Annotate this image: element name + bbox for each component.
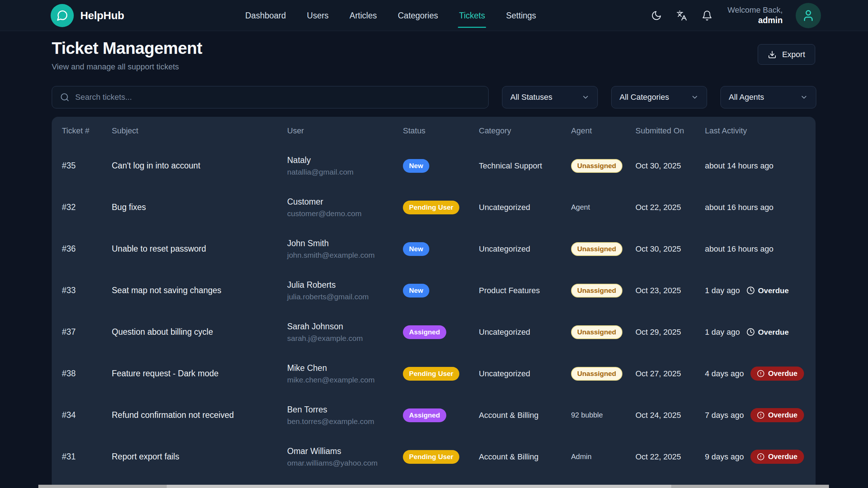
clock-icon bbox=[746, 328, 755, 336]
status-badge: Assigned bbox=[403, 325, 446, 339]
nav-item-articles[interactable]: Articles bbox=[350, 9, 377, 23]
agent-name: Agent bbox=[571, 203, 590, 211]
ticket-id: #32 bbox=[62, 202, 112, 212]
agent-filter-value: All Agents bbox=[729, 93, 764, 102]
ticket-last-activity: about 16 hours ago Overdue Overdue bbox=[705, 244, 805, 254]
table-row[interactable]: #36 Unable to reset password John Smith … bbox=[52, 228, 816, 270]
app-logo[interactable]: HelpHub bbox=[51, 0, 124, 31]
user-name: Ben Torres bbox=[287, 405, 403, 415]
welcome-text: Welcome Back, admin bbox=[728, 5, 783, 26]
agent-filter-dropdown[interactable]: All Agents bbox=[720, 86, 816, 108]
overdue-label: Overdue bbox=[758, 286, 789, 295]
overdue-indicator: Overdue bbox=[746, 328, 789, 337]
ticket-status-cell: Assigned bbox=[403, 325, 479, 339]
ticket-status-cell: Pending User bbox=[403, 201, 479, 214]
export-button[interactable]: Export bbox=[758, 44, 815, 65]
ticket-category: Uncategorized bbox=[479, 244, 571, 254]
ticket-subject: Report export fails bbox=[112, 452, 287, 462]
clock-icon bbox=[746, 286, 755, 295]
bell-icon[interactable] bbox=[701, 9, 713, 22]
ticket-submitted-on: Oct 24, 2025 bbox=[635, 411, 705, 420]
user-email: natallia@gmail.com bbox=[287, 168, 403, 176]
col-header-submitted: Submitted On bbox=[635, 126, 705, 136]
overdue-label: Overdue bbox=[768, 369, 797, 378]
agent-name: Admin bbox=[571, 453, 592, 461]
overdue-badge: Overdue bbox=[750, 367, 804, 381]
ticket-category: Uncategorized bbox=[479, 328, 571, 337]
ticket-category: Uncategorized bbox=[479, 369, 571, 378]
ticket-last-activity: 7 days ago Overdue Overdue bbox=[705, 408, 805, 422]
ticket-agent-cell: Unassigned Unassigned bbox=[571, 159, 635, 173]
category-filter-dropdown[interactable]: All Categories bbox=[611, 86, 707, 108]
table-row[interactable]: #31 Report export fails Omar Williams om… bbox=[52, 436, 816, 478]
table-row[interactable]: #32 Bug fixes Customer customer@demo.com… bbox=[52, 187, 816, 228]
filters-bar: All Statuses All Categories All Agents bbox=[52, 86, 816, 108]
ticket-user: Julia Roberts julia.roberts@gmail.com bbox=[287, 280, 403, 301]
nav-item-settings[interactable]: Settings bbox=[506, 9, 536, 23]
top-bar-actions: Welcome Back, admin bbox=[650, 0, 821, 31]
nav-item-tickets[interactable]: Tickets bbox=[459, 9, 485, 23]
chat-bubble-icon bbox=[51, 4, 74, 27]
avatar[interactable] bbox=[796, 3, 821, 28]
search-icon bbox=[60, 93, 69, 102]
ticket-submitted-on: Oct 29, 2025 bbox=[635, 328, 705, 337]
activity-text: about 16 hours ago bbox=[705, 203, 774, 212]
ticket-user: Omar Williams omar.williams@yahoo.com bbox=[287, 446, 403, 467]
table-row[interactable]: #38 Feature request - Dark mode Mike Che… bbox=[52, 353, 816, 394]
scrollbar-thumb[interactable] bbox=[167, 485, 671, 488]
ticket-agent-cell: Unassigned Unassigned bbox=[571, 325, 635, 339]
ticket-subject: Feature request - Dark mode bbox=[112, 369, 287, 378]
ticket-status-cell: New bbox=[403, 159, 479, 173]
agent-badge: Unassigned bbox=[571, 325, 622, 339]
nav-item-categories[interactable]: Categories bbox=[398, 9, 438, 23]
ticket-category: Uncategorized bbox=[479, 203, 571, 212]
ticket-id: #36 bbox=[62, 244, 112, 254]
horizontal-scrollbar[interactable] bbox=[38, 485, 829, 488]
ticket-submitted-on: Oct 30, 2025 bbox=[635, 244, 705, 254]
col-header-user: User bbox=[287, 126, 403, 136]
table-body: #35 Can't log in into account Nataly nat… bbox=[52, 145, 816, 478]
activity-text: 1 day ago bbox=[705, 328, 740, 337]
export-label: Export bbox=[782, 50, 805, 59]
tickets-table: Ticket # Subject User Status Category Ag… bbox=[52, 117, 816, 488]
nav-item-dashboard[interactable]: Dashboard bbox=[245, 9, 286, 23]
overdue-label: Overdue bbox=[758, 328, 789, 337]
languages-icon[interactable] bbox=[676, 9, 688, 22]
ticket-status-cell: New bbox=[403, 284, 479, 297]
user-name: Sarah Johnson bbox=[287, 322, 403, 331]
agent-badge: Unassigned bbox=[571, 242, 622, 256]
search-box bbox=[52, 86, 489, 108]
nav-item-users[interactable]: Users bbox=[307, 9, 329, 23]
status-badge: Pending User bbox=[403, 450, 459, 464]
ticket-subject: Bug fixes bbox=[112, 202, 287, 212]
ticket-last-activity: about 16 hours ago Overdue Overdue bbox=[705, 203, 805, 212]
table-row[interactable]: #37 Question about billing cycle Sarah J… bbox=[52, 311, 816, 353]
ticket-category: Account & Billing bbox=[479, 452, 571, 462]
username: admin bbox=[728, 15, 783, 26]
user-name: Nataly bbox=[287, 155, 403, 165]
status-badge: Pending User bbox=[403, 367, 459, 381]
user-icon bbox=[802, 9, 815, 22]
status-badge: Assigned bbox=[403, 408, 446, 422]
col-header-status: Status bbox=[403, 126, 479, 136]
chevron-down-icon bbox=[800, 93, 808, 101]
ticket-subject: Seat map not saving changes bbox=[112, 286, 287, 295]
status-filter-dropdown[interactable]: All Statuses bbox=[502, 86, 598, 108]
table-row[interactable]: #35 Can't log in into account Nataly nat… bbox=[52, 145, 816, 187]
search-input[interactable] bbox=[75, 93, 480, 102]
agent-name: 92 bubble bbox=[571, 411, 603, 419]
moon-icon[interactable] bbox=[650, 9, 663, 22]
ticket-submitted-on: Oct 22, 2025 bbox=[635, 452, 705, 462]
download-icon bbox=[768, 50, 776, 59]
table-row[interactable]: #33 Seat map not saving changes Julia Ro… bbox=[52, 270, 816, 311]
ticket-status-cell: Pending User bbox=[403, 450, 479, 464]
user-email: mike.chen@example.com bbox=[287, 376, 403, 384]
table-row[interactable]: #34 Refund confirmation not received Ben… bbox=[52, 394, 816, 436]
ticket-last-activity: 4 days ago Overdue Overdue bbox=[705, 367, 805, 381]
ticket-agent-cell: Unassigned Unassigned bbox=[571, 242, 635, 256]
activity-text: 9 days ago bbox=[705, 452, 744, 462]
alert-circle-icon bbox=[757, 453, 765, 461]
user-name: Omar Williams bbox=[287, 446, 403, 456]
ticket-subject: Refund confirmation not received bbox=[112, 410, 287, 420]
ticket-submitted-on: Oct 30, 2025 bbox=[635, 161, 705, 171]
